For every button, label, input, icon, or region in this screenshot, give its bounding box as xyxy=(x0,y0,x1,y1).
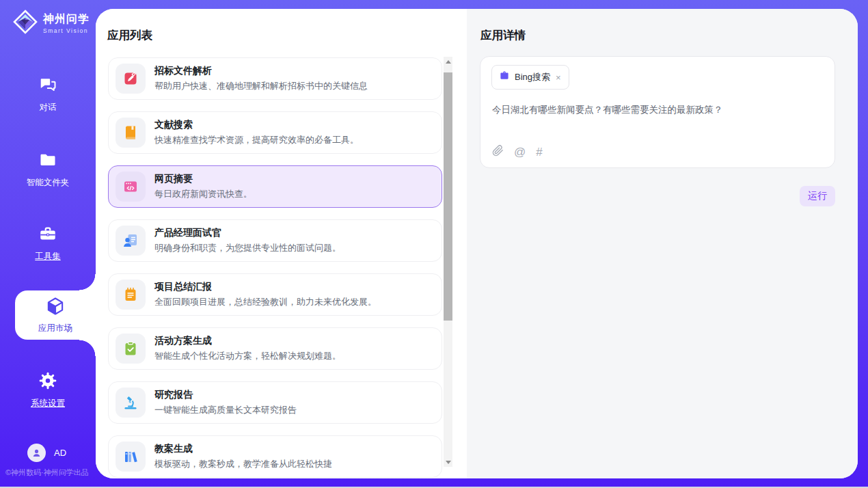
sidebar: 神州问学 Smart Vision 对话 智能文件夹 工具集 应用市场 系统设置 xyxy=(0,0,96,488)
app-card-description: 明确身份和职责，为您提供专业性的面试问题。 xyxy=(154,242,341,254)
app-card-项目总结汇报[interactable]: 项目总结汇报全面回顾项目进展，总结经验教训，助力未来优化发展。 xyxy=(108,273,442,316)
sidebar-item-对话[interactable]: 对话 xyxy=(0,75,96,113)
app-card-description: 快速精准查找学术资源，提高研究效率的必备工具。 xyxy=(154,134,359,146)
tool-chip-bing-search[interactable]: Bing搜索 × xyxy=(491,65,569,90)
toolbox-icon xyxy=(38,224,57,246)
app-card-description: 模板驱动，教案秒成，教学准备从此轻松快捷 xyxy=(154,458,332,470)
briefcase-icon xyxy=(499,70,510,84)
app-list-title: 应用列表 xyxy=(107,28,152,43)
logo-diamond-icon xyxy=(12,9,38,38)
avatar[interactable] xyxy=(27,444,46,462)
app-card-文献搜索[interactable]: 文献搜索快速精准查找学术资源，提高研究效率的必备工具。 xyxy=(108,111,442,154)
run-button[interactable]: 运行 xyxy=(800,186,835,206)
scroll-up-arrow-icon[interactable] xyxy=(444,57,452,66)
notepad-icon xyxy=(116,280,146,310)
books-icon xyxy=(116,442,146,472)
app-card-title: 研究报告 xyxy=(154,389,297,401)
app-detail-panel: 应用详情 Bing搜索 × 今日湖北有哪些新闻要点？有哪些需要关注的最新政策？ … xyxy=(467,9,858,478)
document-edit-icon xyxy=(116,64,146,94)
app-detail-title: 应用详情 xyxy=(480,28,526,43)
prompt-text[interactable]: 今日湖北有哪些新闻要点？有哪些需要关注的最新政策？ xyxy=(492,103,824,117)
prompt-card: Bing搜索 × 今日湖北有哪些新闻要点？有哪些需要关注的最新政策？ @# xyxy=(480,56,835,168)
app-card-title: 产品经理面试官 xyxy=(154,227,341,239)
copyright-text: ©神州数码·神州问学出品 xyxy=(5,467,89,478)
app-card-description: 一键智能生成高质量长文本研究报告 xyxy=(154,404,297,416)
app-card-description: 每日政府新闻资讯快查。 xyxy=(154,188,252,200)
app-card-教案生成[interactable]: 教案生成模板驱动，教案秒成，教学准备从此轻松快捷 xyxy=(108,435,442,478)
clipboard-check-icon xyxy=(116,334,146,364)
logo-title: 神州问学 xyxy=(43,12,90,27)
app-card-title: 教案生成 xyxy=(154,443,332,455)
app-logo: 神州问学 Smart Vision xyxy=(12,9,90,38)
app-card-招标文件解析[interactable]: 招标文件解析帮助用户快速、准确地理解和解析招标书中的关键信息 xyxy=(108,57,442,100)
main-content: 应用列表 招标文件解析帮助用户快速、准确地理解和解析招标书中的关键信息 文献搜索… xyxy=(96,9,858,478)
sidebar-item-label: 工具集 xyxy=(35,251,61,262)
scrollbar[interactable] xyxy=(444,57,452,467)
sidebar-item-智能文件夹[interactable]: 智能文件夹 xyxy=(0,150,96,189)
scrollbar-thumb[interactable] xyxy=(444,72,452,321)
paperclip-icon[interactable] xyxy=(492,145,504,159)
app-card-description: 帮助用户快速、准确地理解和解析招标书中的关键信息 xyxy=(154,80,368,92)
app-card-title: 活动方案生成 xyxy=(154,335,341,347)
sidebar-item-label: 智能文件夹 xyxy=(27,177,70,189)
app-card-title: 招标文件解析 xyxy=(154,65,368,77)
sidebar-item-label: 对话 xyxy=(40,102,57,113)
app-card-产品经理面试官[interactable]: 产品经理面试官明确身份和职责，为您提供专业性的面试问题。 xyxy=(108,219,442,262)
close-icon[interactable]: × xyxy=(555,72,562,83)
sidebar-item-系统设置[interactable]: 系统设置 xyxy=(0,371,96,409)
app-card-研究报告[interactable]: 研究报告一键智能生成高质量长文本研究报告 xyxy=(108,381,442,424)
tool-chip-label: Bing搜索 xyxy=(515,71,550,83)
user-account[interactable]: AD xyxy=(27,444,66,462)
folder-icon xyxy=(38,150,57,172)
app-list-panel: 应用列表 招标文件解析帮助用户快速、准确地理解和解析招标书中的关键信息 文献搜索… xyxy=(96,9,467,478)
sidebar-item-label: 系统设置 xyxy=(31,398,65,409)
hash-icon[interactable]: # xyxy=(536,146,542,158)
sidebar-item-应用市场[interactable]: 应用市场 xyxy=(15,290,96,340)
scroll-down-arrow-icon[interactable] xyxy=(444,457,452,467)
book-icon xyxy=(116,118,146,148)
mention-icon[interactable]: @ xyxy=(514,146,526,158)
webpage-code-icon xyxy=(116,172,146,202)
app-card-title: 文献搜索 xyxy=(154,119,359,131)
sidebar-item-工具集[interactable]: 工具集 xyxy=(0,224,96,262)
cube-icon xyxy=(45,296,66,319)
app-card-网页摘要[interactable]: 网页摘要每日政府新闻资讯快查。 xyxy=(108,165,442,208)
microscope-icon xyxy=(116,388,146,418)
app-card-description: 智能生成个性化活动方案，轻松解决规划难题。 xyxy=(154,350,341,362)
sidebar-item-label: 应用市场 xyxy=(38,323,72,334)
app-card-活动方案生成[interactable]: 活动方案生成智能生成个性化活动方案，轻松解决规划难题。 xyxy=(108,327,442,370)
app-card-description: 全面回顾项目进展，总结经验教训，助力未来优化发展。 xyxy=(154,296,377,308)
logo-subtitle: Smart Vision xyxy=(43,27,90,34)
interview-icon xyxy=(116,226,146,256)
chat-icon xyxy=(38,75,57,97)
user-name: AD xyxy=(54,448,66,458)
gear-icon xyxy=(38,371,57,393)
app-card-title: 项目总结汇报 xyxy=(154,281,377,293)
app-card-title: 网页摘要 xyxy=(154,173,252,185)
